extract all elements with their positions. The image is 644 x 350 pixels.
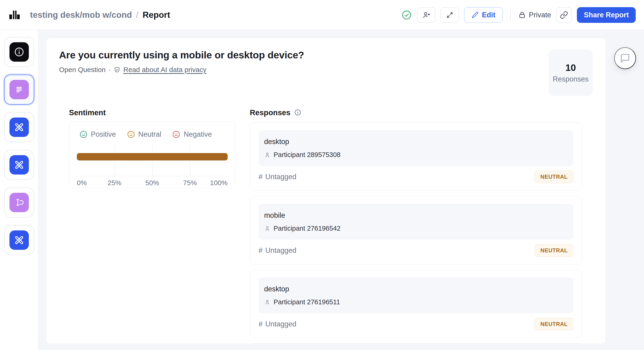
header-divider [510, 10, 511, 20]
tag-control[interactable]: # Untagged [258, 320, 296, 328]
smiley-negative-icon [172, 130, 180, 139]
smiley-neutral-icon [127, 130, 136, 139]
top-bar: testing desk/mob w/cond / Report Edit Pr… [0, 0, 644, 30]
response-text: desktop [264, 138, 574, 146]
question-sidebar [0, 30, 38, 350]
edit-button[interactable]: Edit [464, 7, 503, 23]
axis-tick-75: 75% [183, 179, 197, 187]
question-type-label: Open Question [59, 66, 106, 74]
published-check-icon [401, 10, 412, 20]
design-tools-icon [10, 230, 29, 250]
sidebar-item-open-question-selected[interactable] [4, 75, 34, 105]
expand-icon [446, 11, 454, 19]
response-answer-panel: desktop Participant 289575308 [258, 130, 574, 166]
axis-tick-100: 100% [210, 179, 228, 187]
participant-label: Participant 289575308 [274, 151, 340, 159]
response-text: desktop [264, 285, 574, 293]
response-answer-panel: mobile Participant 276196542 [258, 204, 574, 240]
axis-tick-50: 50% [145, 179, 159, 187]
tag-control[interactable]: # Untagged [258, 173, 296, 181]
top-bar-actions: Edit Private Share Report [401, 7, 636, 23]
sidebar-item-text-question[interactable] [4, 187, 34, 217]
legend-item-positive: Positive [79, 130, 116, 139]
info-icon [10, 42, 29, 62]
legend-label-neutral: Neutral [138, 130, 162, 139]
gridline-75 [190, 146, 190, 176]
response-card[interactable]: desktop Participant 289575308 # Untagged [250, 123, 582, 191]
sidebar-item-design-question-3[interactable] [4, 225, 34, 255]
shield-check-icon [114, 66, 121, 73]
responses-count-label: Responses [553, 75, 588, 83]
report-document-icon [10, 80, 29, 99]
response-card[interactable]: mobile Participant 276196542 # Untagged [250, 196, 582, 264]
invite-user-icon [422, 11, 430, 19]
report-content: Are you currently using a mobile or desk… [38, 30, 644, 350]
expand-fullscreen-button[interactable] [440, 7, 459, 23]
participant-icon [264, 225, 270, 232]
edit-button-label: Edit [482, 11, 496, 19]
chat-bubble-icon [620, 53, 630, 63]
response-text: mobile [264, 211, 574, 220]
edit-pencil-icon [472, 11, 478, 19]
chat-fab-button[interactable] [614, 47, 636, 69]
smiley-positive-icon [79, 130, 88, 139]
gridline-25 [115, 146, 115, 176]
copy-link-icon [560, 11, 568, 19]
responses-section: Responses desktop Participant 289575308 [250, 108, 582, 344]
copy-link-button[interactable] [556, 7, 572, 23]
participant-icon [264, 152, 270, 158]
sentiment-badge[interactable]: NEUTRAL [535, 171, 574, 183]
breadcrumb: testing desk/mob w/cond / Report [30, 10, 170, 20]
responses-count: 10 [565, 62, 576, 73]
ai-data-privacy-link[interactable]: Read about AI data privacy [124, 66, 206, 74]
sentiment-bar-chart [77, 146, 228, 176]
participant-label: Participant 276196511 [274, 298, 340, 306]
sentiment-section: Sentiment Positive Neutral [69, 108, 236, 344]
tag-label: Untagged [265, 173, 296, 181]
legend-item-neutral: Neutral [127, 130, 162, 139]
sidebar-item-design-question-1[interactable] [4, 112, 34, 142]
breadcrumb-separator: / [136, 10, 138, 20]
legend-item-negative: Negative [172, 130, 212, 139]
breadcrumb-project-link[interactable]: testing desk/mob w/cond [30, 10, 132, 20]
legend-label-positive: Positive [91, 130, 116, 139]
response-answer-panel: desktop Participant 276196511 [258, 277, 574, 313]
responses-list: desktop Participant 289575308 # Untagged [250, 123, 582, 344]
question-report-card: Are you currently using a mobile or desk… [46, 38, 606, 344]
sentiment-chart-card: Positive Neutral Negative [69, 121, 236, 188]
sidebar-item-info[interactable] [4, 37, 34, 67]
sentiment-axis: 0% 25% 50% 75% 100% [77, 176, 228, 188]
sentiment-bar-neutral [77, 153, 228, 160]
design-tools-icon [10, 118, 29, 137]
sentiment-badge[interactable]: NEUTRAL [535, 244, 574, 257]
sentiment-badge[interactable]: NEUTRAL [535, 318, 574, 330]
sentiment-legend: Positive Neutral Negative [77, 130, 228, 139]
hash-icon: # [258, 320, 262, 328]
responses-heading: Responses [250, 108, 290, 117]
info-icon[interactable] [294, 109, 302, 116]
question-title: Are you currently using a mobile or desk… [59, 49, 304, 61]
participant-icon [264, 299, 270, 305]
sidebar-item-design-question-2[interactable] [4, 150, 34, 180]
sentiment-heading: Sentiment [69, 108, 236, 117]
axis-tick-25: 25% [108, 179, 121, 187]
legend-label-negative: Negative [184, 130, 212, 139]
subtitle-separator: · [108, 66, 111, 74]
question-header: Are you currently using a mobile or desk… [59, 49, 304, 74]
hash-icon: # [258, 246, 262, 255]
responses-count-box: 10 Responses [548, 50, 593, 96]
participant-label: Participant 276196542 [274, 225, 340, 232]
axis-tick-0: 0% [77, 179, 87, 187]
breadcrumb-current-page: Report [142, 10, 170, 20]
tag-label: Untagged [265, 320, 296, 328]
invite-user-button[interactable] [417, 7, 436, 23]
design-tools-icon [10, 155, 29, 175]
app-logo-icon[interactable] [8, 9, 21, 21]
gridline-50 [152, 146, 153, 176]
lock-icon [518, 11, 526, 19]
response-card[interactable]: desktop Participant 276196511 # Untagged [250, 270, 582, 338]
share-report-button[interactable]: Share Report [577, 7, 636, 23]
tag-control[interactable]: # Untagged [258, 246, 296, 255]
privacy-status[interactable]: Private [518, 11, 551, 19]
response-card-partial [250, 343, 582, 344]
